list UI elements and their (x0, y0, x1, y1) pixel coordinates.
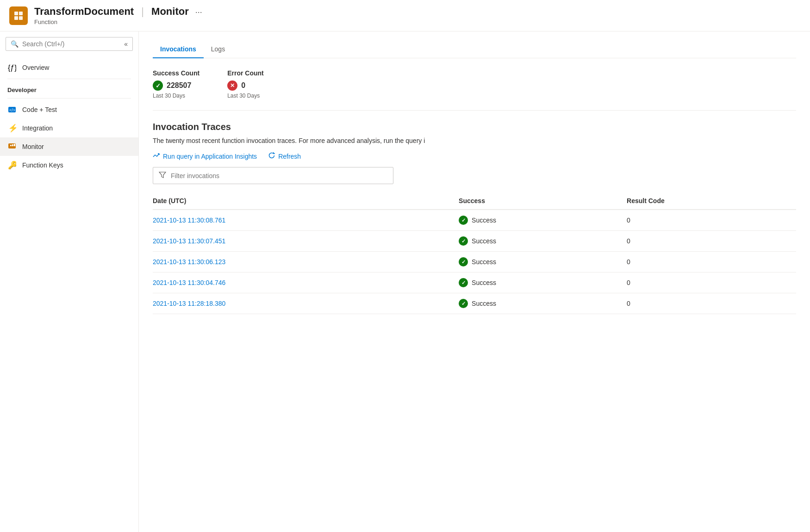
row-success-icon (459, 278, 468, 287)
main-layout: 🔍 « {ƒ} Overview Developer </> Code + Te… (0, 31, 810, 532)
filter-input[interactable] (171, 172, 387, 179)
sidebar-item-integration[interactable]: ⚡ Integration (0, 119, 138, 137)
success-text: Success (472, 279, 496, 286)
success-text: Success (472, 300, 496, 307)
traces-section-title: Invocation Traces (153, 122, 796, 132)
run-query-link[interactable]: Run query in Application Insights (153, 152, 257, 161)
success-count-label: Success Count (153, 69, 199, 77)
table-row: 2021-10-13 11:28:18.380 Success 0 (153, 293, 796, 314)
table-cell-result-code: 0 (627, 210, 796, 231)
success-count-block: Success Count 228507 Last 30 Days (153, 69, 199, 99)
sidebar-item-code-test[interactable]: </> Code + Test (0, 100, 138, 119)
sidebar: 🔍 « {ƒ} Overview Developer </> Code + Te… (0, 31, 139, 532)
error-count-label: Error Count (227, 69, 264, 77)
tab-logs[interactable]: Logs (204, 41, 232, 58)
svg-rect-0 (14, 12, 18, 15)
search-bar[interactable]: 🔍 « (6, 37, 133, 51)
table-row: 2021-10-13 11:30:08.761 Success 0 (153, 210, 796, 231)
table-cell-date[interactable]: 2021-10-13 11:30:08.761 (153, 210, 459, 231)
svg-text:🔑: 🔑 (8, 161, 16, 169)
table-header: Date (UTC) Success Result Code (153, 193, 796, 210)
sidebar-item-function-keys-label: Function Keys (22, 161, 63, 169)
svg-text:⚡: ⚡ (8, 124, 16, 132)
sidebar-item-overview[interactable]: {ƒ} Overview (0, 58, 138, 77)
svg-rect-9 (10, 145, 12, 146)
svg-rect-11 (14, 144, 15, 146)
run-query-label: Run query in Application Insights (163, 153, 257, 160)
run-query-icon (153, 152, 160, 161)
integration-icon: ⚡ (7, 124, 17, 133)
table-cell-date[interactable]: 2021-10-13 11:30:07.451 (153, 231, 459, 252)
table-cell-date[interactable]: 2021-10-13 11:28:18.380 (153, 293, 459, 314)
table-cell-result-code: 0 (627, 272, 796, 293)
table-cell-success: Success (459, 252, 627, 272)
app-subtitle: Function (34, 19, 202, 25)
success-check-icon (153, 80, 163, 91)
page-title: Monitor (151, 6, 189, 18)
success-text: Success (472, 258, 496, 266)
table-cell-result-code: 0 (627, 252, 796, 272)
error-count-number: 0 (241, 81, 245, 90)
table-cell-success: Success (459, 272, 627, 293)
sidebar-item-overview-label: Overview (22, 64, 49, 71)
refresh-icon (268, 152, 275, 161)
sidebar-section-developer: Developer (0, 81, 138, 96)
collapse-button[interactable]: « (124, 40, 128, 48)
filter-icon (159, 171, 166, 180)
app-header: TransformDocument | Monitor ··· Function (0, 0, 810, 31)
error-x-icon (227, 80, 237, 91)
table-cell-success: Success (459, 293, 627, 314)
table-cell-date[interactable]: 2021-10-13 11:30:04.746 (153, 272, 459, 293)
col-date: Date (UTC) (153, 193, 459, 210)
success-cell: Success (459, 299, 621, 308)
main-content: Invocations Logs Success Count 228507 La… (139, 31, 810, 532)
table-row: 2021-10-13 11:30:07.451 Success 0 (153, 231, 796, 252)
table-cell-success: Success (459, 210, 627, 231)
col-success: Success (459, 193, 627, 210)
refresh-label: Refresh (278, 153, 301, 160)
success-cell: Success (459, 278, 621, 287)
table-cell-result-code: 0 (627, 293, 796, 314)
table-row: 2021-10-13 11:30:06.123 Success 0 (153, 252, 796, 272)
action-bar: Run query in Application Insights Refres… (153, 152, 796, 161)
sidebar-item-monitor-label: Monitor (22, 143, 44, 150)
tab-bar: Invocations Logs (153, 41, 796, 58)
refresh-link[interactable]: Refresh (268, 152, 301, 161)
table-body: 2021-10-13 11:30:08.761 Success 0 2021-1… (153, 210, 796, 314)
error-count-block: Error Count 0 Last 30 Days (227, 69, 264, 99)
row-success-icon (459, 257, 468, 266)
svg-text:{ƒ}: {ƒ} (8, 64, 16, 72)
table-cell-success: Success (459, 231, 627, 252)
search-input[interactable] (22, 40, 119, 48)
invocations-table: Date (UTC) Success Result Code 2021-10-1… (153, 193, 796, 314)
sidebar-item-integration-label: Integration (22, 124, 53, 132)
error-count-value: 0 (227, 80, 264, 91)
overview-icon: {ƒ} (7, 63, 17, 72)
monitor-icon (7, 142, 17, 151)
filter-bar[interactable] (153, 167, 393, 184)
svg-marker-15 (159, 172, 166, 178)
svg-rect-3 (19, 16, 23, 20)
sidebar-item-code-test-label: Code + Test (22, 106, 57, 113)
sidebar-item-function-keys[interactable]: 🔑 Function Keys (0, 156, 138, 174)
success-count-number: 228507 (167, 81, 191, 90)
tab-invocations[interactable]: Invocations (153, 41, 204, 58)
sidebar-item-monitor[interactable]: Monitor (0, 137, 138, 156)
traces-section-desc: The twenty most recent function invocati… (153, 137, 796, 144)
header-separator: | (138, 6, 147, 18)
success-cell: Success (459, 257, 621, 266)
svg-rect-2 (14, 16, 18, 20)
function-keys-icon: 🔑 (7, 161, 17, 170)
table-cell-date[interactable]: 2021-10-13 11:30:06.123 (153, 252, 459, 272)
error-count-period: Last 30 Days (227, 93, 264, 99)
row-success-icon (459, 216, 468, 225)
code-test-icon: </> (7, 105, 17, 114)
search-icon: 🔍 (11, 40, 19, 48)
header-ellipsis[interactable]: ··· (195, 7, 202, 17)
row-success-icon (459, 236, 468, 246)
table-cell-result-code: 0 (627, 231, 796, 252)
success-cell: Success (459, 216, 621, 225)
table-row: 2021-10-13 11:30:04.746 Success 0 (153, 272, 796, 293)
success-count-value: 228507 (153, 80, 199, 91)
success-text: Success (472, 217, 496, 224)
